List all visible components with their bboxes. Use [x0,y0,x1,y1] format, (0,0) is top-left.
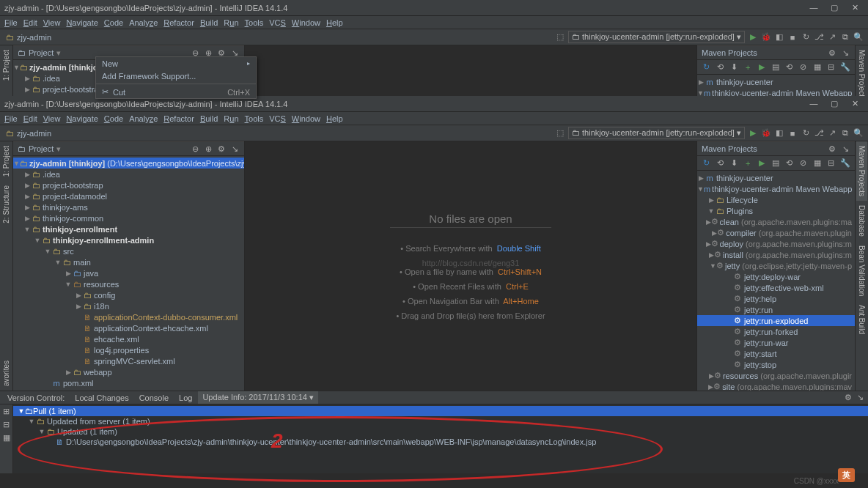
menu-window[interactable]: Window [292,18,320,27]
mv-clean[interactable]: ▶⚙clean (org.apache.maven.plugins:ma [697,216,855,227]
btab-local[interactable]: Local Changes [70,392,133,404]
add-icon[interactable]: + [743,158,753,169]
menu-help[interactable]: Help [326,18,343,27]
hide-icon[interactable]: ↘ [229,144,240,154]
menu-edit[interactable]: Edit [23,114,37,123]
maven-settings-icon[interactable]: 🔧 [840,62,850,73]
ime-badge[interactable]: 英 [838,468,855,482]
close-icon[interactable]: ✕ [849,3,861,12]
run-icon[interactable]: ▶ [748,128,758,138]
sidetab-beanval[interactable]: Bean Validation [856,241,867,300]
gear-icon[interactable]: ⚙ [843,393,853,403]
menu-code[interactable]: Code [104,18,123,27]
tree-aceh[interactable]: 🗎applicationContext-ehcache.xml [13,322,244,333]
gear-icon[interactable]: ⚙ [827,48,837,58]
show-deps-icon[interactable]: ▦ [812,62,822,73]
menu-build[interactable]: Build [200,114,218,123]
tree-springmvc[interactable]: 🗎springMVC-servlet.xml [13,355,244,366]
skip-tests-icon[interactable]: ⊘ [798,158,808,169]
breadcrumb-project[interactable]: zjy-admin [17,129,51,138]
show-deps-icon[interactable]: ▦ [812,158,822,169]
maximize-icon[interactable]: ▢ [828,3,840,12]
cm-add-framework[interactable]: Add Framework Support... [96,70,256,82]
btab-update[interactable]: Update Info: 2017/11/3 10:14 ▾ [198,391,318,404]
debug-icon[interactable]: 🐞 [761,32,771,42]
download-icon[interactable]: ⬇ [729,158,739,169]
update-icon[interactable]: ↻ [801,32,811,42]
mv-resources[interactable]: ▶⚙resources (org.apache.maven.plugir [697,370,855,381]
menu-file[interactable]: File [4,114,18,123]
hide-icon[interactable]: ↘ [855,393,865,403]
settings-icon[interactable]: ⧉ [840,128,850,138]
skip-tests-icon[interactable]: ⊘ [798,62,808,73]
sidetab-structure[interactable]: 2: Structure [1,181,12,228]
branch-icon[interactable]: ⎇ [814,128,824,138]
mv-lifecycle[interactable]: ▶🗀Lifecycle [697,194,855,205]
coverage-icon[interactable]: ◧ [774,32,784,42]
menu-view[interactable]: View [43,18,61,27]
tree-root[interactable]: ▼🗀zjy-admin [thinkjoy] (D:\Users\gengson… [13,158,244,169]
settings-icon[interactable]: ⧉ [840,32,850,42]
tree-bootstrap[interactable]: ▶🗀project-bootstrap [13,180,244,191]
file-row[interactable]: 🗎D:\Users\gengsongbo\IdeaProjects\zjy-ad… [13,437,868,447]
mv-jdw[interactable]: ⚙jetty:deploy-war [697,271,855,282]
tree-ams[interactable]: ▶🗀thinkjoy-ams [13,202,244,212]
vcs-icon[interactable]: ⬚ [555,128,565,138]
mv-jre[interactable]: ⚙jetty:run-exploded [697,315,855,326]
gear-icon[interactable]: ⚙ [216,144,227,154]
menu-vcs[interactable]: VCS [269,18,286,27]
mv-jewx[interactable]: ⚙jetty:effective-web-xml [697,282,855,293]
sidetab-project-2[interactable]: 1: Project [1,141,12,181]
search-icon[interactable]: 🔍 [853,32,864,42]
stop-icon[interactable]: ■ [787,128,798,138]
mv-jstart[interactable]: ⚙jetty:start [697,348,855,359]
btab-log[interactable]: Log [174,392,196,404]
tree-main[interactable]: ▼🗀main [13,256,244,267]
menu-run[interactable]: Run [224,114,238,123]
mv-plugins[interactable]: ▼🗀Plugins [697,205,855,216]
tree-src[interactable]: ▼🗀src [13,245,244,256]
mv-jetty[interactable]: ▼⚙jetty (org.eclipse.jetty:jetty-maven-p [697,260,855,271]
menu-build[interactable]: Build [200,18,218,27]
btab-console[interactable]: Console [135,392,173,404]
sidetab-database[interactable]: Database [856,201,867,241]
add-icon[interactable]: + [743,62,753,73]
cm-cut[interactable]: ✂CutCtrl+X [96,86,256,98]
download-icon[interactable]: ⬇ [729,62,739,73]
menu-navigate[interactable]: Navigate [66,114,98,123]
mv-jrun[interactable]: ⚙jetty:run [697,304,855,315]
target-icon[interactable]: ⊕ [203,144,213,154]
mv-compiler[interactable]: ▶⚙compiler (org.apache.maven.plugin [697,227,855,238]
maven-ucenter[interactable]: ▶mthinkjoy-ucenter [697,76,855,87]
menu-edit[interactable]: Edit [23,18,37,27]
tree-java[interactable]: ▶🗀java [13,267,244,278]
tree-enroll[interactable]: ▼🗀thinkjoy-enrollment [13,223,244,234]
tree-pom[interactable]: mpom.xml [13,377,244,388]
vcs-icon[interactable]: ⬚ [555,32,565,42]
mv-jrf[interactable]: ⚙jetty:run-forked [697,326,855,337]
push-icon[interactable]: ↗ [827,32,837,42]
menu-vcs[interactable]: VCS [269,114,286,123]
gear-icon[interactable]: ⚙ [827,144,837,154]
generate-icon[interactable]: ⟲ [716,62,725,73]
pull-row[interactable]: ▼🗀 Pull (1 item) [13,406,868,416]
mv-jrw[interactable]: ⚙jetty:run-war [697,337,855,348]
toggle-offline-icon[interactable]: ⟲ [784,62,794,73]
tree-datamodel[interactable]: ▶🗀project-datamodel [13,191,244,202]
toggle-offline-icon[interactable]: ⟲ [784,158,794,169]
reimport-icon[interactable]: ↻ [702,62,711,73]
updated-row[interactable]: ▼🗀Updated (1 item) [13,426,868,437]
maven-settings-icon[interactable]: 🔧 [840,158,850,169]
ufs-row[interactable]: ▼🗀Updated from server (1 item) [13,416,868,426]
push-icon[interactable]: ↗ [827,128,837,138]
tree-common[interactable]: ▶🗀thinkjoy-common [13,212,244,223]
collapse-all-icon[interactable]: ⊟ [826,62,836,73]
branch-icon[interactable]: ⎇ [814,32,824,42]
menu-run[interactable]: Run [224,18,238,27]
menu-navigate[interactable]: Navigate [66,18,98,27]
breadcrumb-project[interactable]: zjy-admin [17,33,51,42]
sidetab-maven-2[interactable]: Maven Projects [856,141,867,201]
run-maven-icon[interactable]: ▶ [757,62,767,73]
hide-icon[interactable]: ↘ [840,48,850,58]
hide-icon[interactable]: ↘ [840,144,850,154]
